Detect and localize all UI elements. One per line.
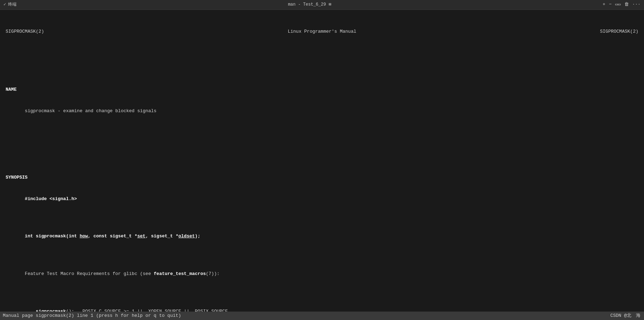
synopsis-func: int sigprocmask(int how, const sigset_t … [6, 233, 638, 240]
title-bar-center: man - Test_6_29 ⊞ [288, 2, 331, 8]
title-bar-right[interactable]: + − ▭▭ 🗑 ··· [603, 1, 640, 8]
synopsis-feature: Feature Test Macro Requirements for glib… [6, 270, 638, 277]
title-bar: ✓ 终端 man - Test_6_29 ⊞ + − ▭▭ 🗑 ··· [0, 0, 644, 10]
name-section: NAME sigprocmask - examine and change bl… [6, 72, 638, 122]
terminal-icon: ✓ [4, 2, 6, 8]
app-title: 终端 [8, 2, 17, 8]
split-button[interactable]: ▭▭ [615, 1, 621, 8]
window-icon: ⊞ [329, 2, 331, 8]
man-title-right: SIGPROCMASK(2) [600, 28, 638, 35]
man-page-content: SIGPROCMASK(2) Linux Programmer's Manual… [0, 10, 644, 312]
window-title: man - Test_6_29 [288, 2, 326, 8]
status-bar: Manual page sigprocmask(2) line 1 (press… [0, 312, 644, 320]
locale-label: CSDN @北 海 [610, 313, 640, 319]
minus-button[interactable]: − [609, 1, 612, 8]
close-button[interactable]: 🗑 [624, 1, 629, 8]
man-title-center: Linux Programmer's Manual [288, 28, 356, 35]
man-title-left: SIGPROCMASK(2) [6, 28, 44, 35]
synopsis-section: SYNOPSIS #include <signal.h> int sigproc… [6, 160, 638, 312]
more-button[interactable]: ··· [632, 1, 640, 8]
man-body: NAME sigprocmask - examine and change bl… [0, 51, 644, 312]
plus-button[interactable]: + [603, 1, 605, 8]
name-header: NAME [6, 86, 638, 93]
name-content: sigprocmask - examine and change blocked… [6, 108, 638, 115]
synopsis-include: #include <signal.h> [6, 196, 638, 203]
title-bar-left: ✓ 终端 [4, 2, 17, 8]
man-header: SIGPROCMASK(2) Linux Programmer's Manual… [0, 27, 644, 37]
status-text: Manual page sigprocmask(2) line 1 (press… [3, 313, 181, 319]
synopsis-header: SYNOPSIS [6, 174, 638, 181]
